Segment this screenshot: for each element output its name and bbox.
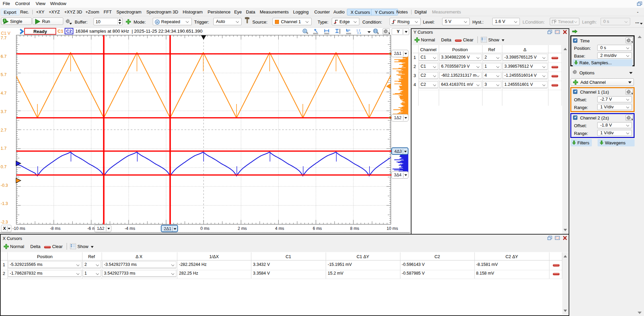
svg-text:1: 1: [4, 19, 5, 22]
svg-text:H: H: [156, 21, 158, 24]
